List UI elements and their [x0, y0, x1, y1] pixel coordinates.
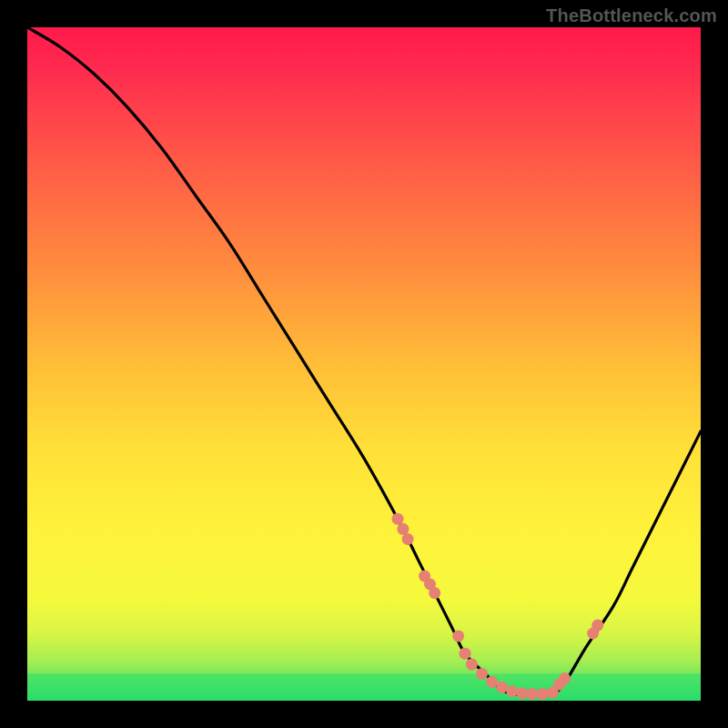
marker-point	[392, 513, 404, 525]
marker-point	[452, 630, 464, 642]
marker-point	[466, 659, 478, 671]
marker-point	[527, 688, 539, 700]
marker-point	[476, 668, 488, 680]
watermark-text: TheBottleneck.com	[546, 5, 717, 26]
marker-point	[516, 687, 528, 699]
marker-point	[506, 685, 518, 697]
marker-point	[496, 682, 508, 693]
chart-frame: TheBottleneck.com	[0, 0, 728, 728]
marker-point	[429, 587, 440, 599]
marker-point	[397, 523, 409, 535]
marker-point	[486, 676, 498, 688]
marker-point	[592, 620, 603, 632]
marker-point	[460, 648, 471, 660]
marker-point	[559, 672, 571, 684]
marker-point	[537, 688, 549, 700]
green-band	[27, 673, 701, 701]
gradient-background	[27, 27, 701, 701]
marker-point	[402, 533, 414, 545]
bottleneck-chart	[27, 27, 701, 701]
plot-area	[27, 27, 701, 701]
